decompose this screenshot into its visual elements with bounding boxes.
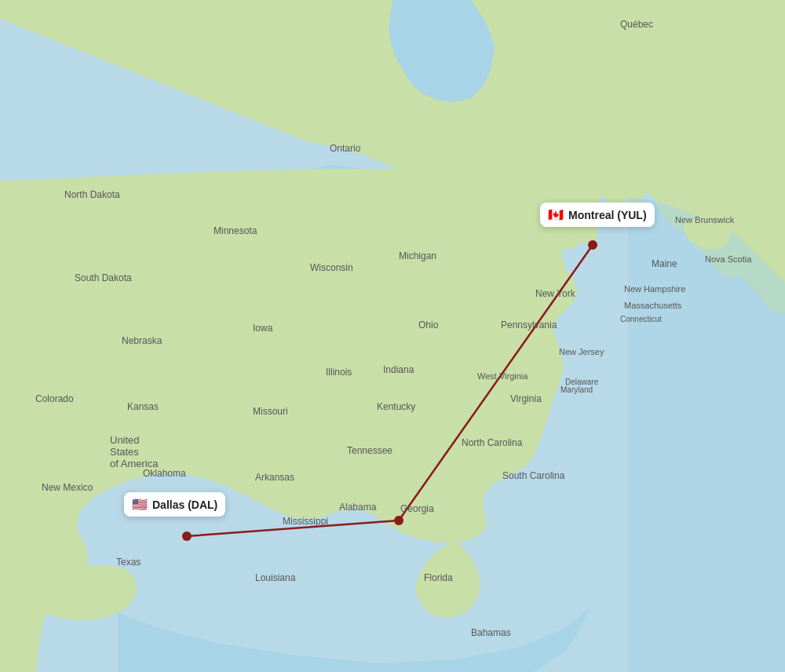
dallas-label: Dallas (DAL) [152, 499, 217, 511]
svg-text:North Carolina: North Carolina [462, 437, 523, 448]
svg-text:Arkansas: Arkansas [255, 472, 294, 483]
svg-text:Kansas: Kansas [127, 401, 159, 412]
svg-text:Virginia: Virginia [510, 393, 542, 404]
svg-text:Missouri: Missouri [253, 406, 288, 417]
svg-text:Alabama: Alabama [339, 502, 377, 513]
svg-text:Nova Scotia: Nova Scotia [705, 254, 752, 264]
svg-text:States: States [110, 446, 139, 458]
svg-text:Québec: Québec [620, 19, 653, 30]
svg-text:Colorado: Colorado [35, 393, 74, 404]
svg-text:Louisiana: Louisiana [255, 572, 296, 583]
svg-text:Ontario: Ontario [330, 143, 361, 154]
dallas-flag: 🇺🇸 [132, 497, 148, 512]
svg-point-48 [588, 240, 597, 250]
svg-text:Kentucky: Kentucky [377, 401, 415, 412]
svg-text:Maryland: Maryland [560, 385, 593, 394]
svg-text:South Carolina: South Carolina [502, 470, 565, 481]
svg-text:Nebraska: Nebraska [122, 335, 162, 346]
svg-text:Mississippi: Mississippi [283, 516, 328, 527]
svg-point-49 [182, 531, 192, 541]
svg-text:United: United [110, 434, 140, 446]
map-container: Québec Ontario North Dakota Minnesota Wi… [0, 0, 785, 672]
dallas-airport-box[interactable]: 🇺🇸 Dallas (DAL) [124, 492, 225, 517]
svg-text:Massachusetts: Massachusetts [624, 301, 682, 310]
svg-text:Georgia: Georgia [400, 503, 434, 514]
svg-text:Ohio: Ohio [418, 320, 439, 331]
svg-text:Wisconsin: Wisconsin [310, 262, 353, 273]
svg-text:West Virginia: West Virginia [477, 371, 528, 381]
svg-text:Oklahoma: Oklahoma [143, 468, 186, 479]
svg-text:Tennessee: Tennessee [347, 445, 392, 456]
svg-text:New Hampshire: New Hampshire [624, 284, 685, 294]
map-svg: Québec Ontario North Dakota Minnesota Wi… [0, 0, 785, 672]
svg-text:Pennsylvania: Pennsylvania [501, 320, 557, 331]
svg-text:Texas: Texas [116, 557, 141, 568]
svg-text:Illinois: Illinois [326, 367, 352, 378]
svg-text:South Dakota: South Dakota [75, 272, 132, 283]
montreal-flag: 🇨🇦 [548, 207, 564, 222]
montreal-label: Montreal (YUL) [568, 209, 647, 221]
montreal-airport-box[interactable]: 🇨🇦 Montreal (YUL) [540, 203, 655, 227]
svg-text:Florida: Florida [424, 572, 453, 583]
svg-point-50 [394, 516, 403, 525]
svg-text:Indiana: Indiana [383, 364, 414, 375]
svg-text:Maine: Maine [652, 258, 677, 269]
svg-text:Connecticut: Connecticut [620, 315, 662, 323]
svg-text:New York: New York [535, 288, 576, 299]
svg-text:New Brunswick: New Brunswick [675, 215, 735, 225]
svg-text:Minnesota: Minnesota [214, 225, 257, 236]
svg-text:Iowa: Iowa [253, 323, 273, 334]
svg-text:North Dakota: North Dakota [64, 189, 120, 200]
svg-text:Michigan: Michigan [399, 250, 436, 261]
svg-text:New Mexico: New Mexico [42, 482, 93, 493]
svg-text:New Jersey: New Jersey [559, 347, 604, 356]
svg-text:Bahamas: Bahamas [471, 627, 511, 638]
